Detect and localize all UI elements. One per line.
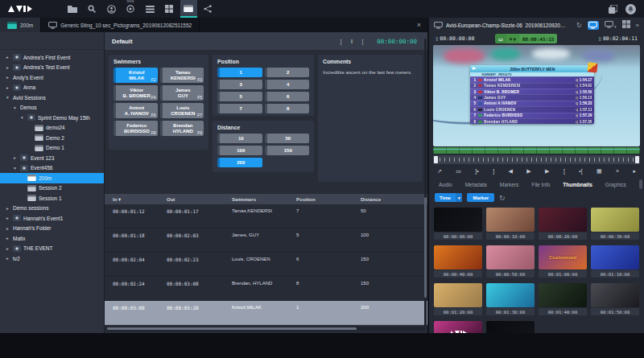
thumbnail-item[interactable]: 00:01:50:00 — [591, 283, 639, 317]
collapsed-arrow-icon[interactable]: ▸ — [5, 206, 10, 211]
column-header-out[interactable]: Out — [167, 197, 232, 202]
tree-item-andrea-s-first-event[interactable]: ▸Andrea's First Event — [0, 52, 104, 63]
tree-item-matix[interactable]: ▸Matix — [0, 233, 104, 244]
position-button-3[interactable]: 3 — [217, 80, 262, 89]
swimmer-button-guy[interactable]: JamesGUYF5 — [160, 85, 204, 101]
tree-item-andrea-s-test-event[interactable]: ▸Andrea's Test Event — [0, 63, 104, 73]
collapsed-arrow-icon[interactable]: ▸ — [5, 246, 10, 251]
tab-metadata[interactable]: Metadata — [459, 180, 493, 189]
mark-in-icon[interactable]: [ — [564, 168, 565, 174]
video-viewport[interactable]: 200m BUTTERFLY MEN SUMMARY - RESULTS 1Kr… — [433, 45, 640, 146]
step-forward-icon[interactable]: ▶ — [545, 168, 549, 174]
thumbnail-item[interactable]: 00:00:40:00 — [434, 245, 482, 279]
sequence-timeline-bar[interactable] — [433, 147, 640, 154]
position-button-1[interactable]: 1 — [217, 68, 262, 77]
collapsed-arrow-icon[interactable]: ▸ — [5, 216, 10, 220]
collapsed-arrow-icon[interactable]: ▸ — [5, 236, 10, 241]
grid-icon[interactable] — [622, 20, 630, 30]
swimmer-button-burdisso[interactable]: FedericoBURDISSOF8 — [114, 121, 158, 136]
thumbnail-item[interactable]: 00:01:30:00 — [486, 283, 535, 317]
thumbnail-image[interactable] — [539, 208, 587, 232]
expanded-arrow-icon[interactable]: ▾ — [12, 166, 18, 171]
distance-button-10[interactable]: 10 — [217, 134, 262, 143]
collapsed-arrow-icon[interactable]: ▸ — [5, 75, 10, 80]
tree-item-session-2[interactable]: Session 2 — [0, 183, 104, 194]
swimmer-button-a-ivanov[interactable]: AntoniA. IVANOVF6 — [114, 103, 158, 118]
chevron-down-icon[interactable]: ▾ — [456, 193, 463, 202]
thumbnail-image[interactable]: Customized — [539, 245, 587, 270]
thumbnail-item[interactable]: 00:00:50:00 — [486, 245, 535, 279]
position-button-6[interactable]: 6 — [265, 92, 310, 101]
document-tab-2[interactable]: Generic Sting_10 sec_Pictograms_20190612… — [41, 18, 200, 32]
monitor-icon[interactable] — [588, 21, 599, 30]
column-header-position[interactable]: Position — [296, 197, 361, 202]
thumbnail-image[interactable] — [486, 321, 535, 333]
play-icon[interactable]: ▶ — [526, 168, 530, 174]
tree-item-demos[interactable]: ▾Demos — [0, 103, 104, 113]
next-icon[interactable]: ▸ — [633, 168, 636, 174]
tab-graphics[interactable]: Graphics — [599, 180, 633, 189]
comments-text[interactable]: Incredible ascent on the last few meters… — [323, 68, 418, 76]
notifications-icon[interactable] — [625, 4, 636, 14]
toolbar-user-button[interactable] — [103, 0, 120, 18]
tree-item-andy-s-event[interactable]: ▸Andy's Event — [0, 72, 104, 83]
thumbnail-image[interactable] — [591, 283, 639, 307]
monitor-icon[interactable]: ▭ — [456, 168, 461, 174]
tree-item-event456[interactable]: ▾Event456 — [0, 163, 104, 174]
table-horizontal-scrollbar[interactable] — [106, 327, 426, 331]
mark-in-icon[interactable]: [ — [361, 39, 363, 44]
column-header-distance[interactable]: Distance — [361, 197, 427, 202]
collapsed-arrow-icon[interactable]: ▸ — [5, 65, 10, 70]
thumbnail-item[interactable]: 00:00:30:00 — [591, 208, 639, 241]
out-handle[interactable] — [635, 156, 639, 163]
tab-markers[interactable]: Markers — [493, 180, 525, 189]
toolbar-folder-button[interactable] — [64, 0, 81, 18]
goto-next-icon[interactable]: •[ — [579, 168, 582, 174]
thumbnail-item[interactable] — [486, 321, 535, 333]
expanded-arrow-icon[interactable]: ▾ — [12, 105, 18, 110]
position-button-4[interactable]: 4 — [265, 80, 310, 89]
thumbnail-image[interactable] — [486, 245, 535, 270]
thumbnail-item[interactable]: 00:01:40:00 — [539, 283, 587, 317]
table-row[interactable]: 00:00:01:1200:00:01:17Tamas,KENDERSI750 — [105, 204, 427, 228]
step-back-icon[interactable]: ◀ — [508, 168, 512, 174]
thumbnail-image[interactable] — [434, 283, 482, 307]
distance-button-200[interactable]: 200 — [217, 158, 262, 167]
tree-item-event-123[interactable]: ▸Event 123 — [0, 153, 104, 163]
table-row[interactable]: 00:00:03:0900:00:03:20Kristof,MILAK1200 — [105, 301, 427, 325]
thumbnail-item[interactable]: 00:01:20:00 — [434, 283, 482, 317]
position-button-8[interactable]: 8 — [265, 104, 310, 113]
tree-item-200m[interactable]: 200m — [0, 173, 104, 183]
tab-audio[interactable]: Audio — [432, 180, 459, 189]
marker-filter-button[interactable]: Marker — [467, 193, 494, 202]
fast-forward-icon[interactable]: » — [616, 168, 619, 174]
apps-icon[interactable] — [609, 5, 617, 14]
collapsed-arrow-icon[interactable]: ▸ — [5, 85, 10, 90]
thumbnail-item[interactable]: Customized00:01:00:00 — [539, 245, 587, 279]
expanded-arrow-icon[interactable]: ▾ — [5, 95, 10, 100]
tree-item-tv2[interactable]: ▸tv2 — [0, 253, 104, 264]
tab-thumbnails[interactable]: Thumbnails — [556, 180, 598, 189]
more-icon[interactable]: » — [636, 22, 639, 29]
swimmer-button-b-bromer[interactable]: ViktorB. BROMERF4 — [114, 85, 158, 101]
thumbnail-item[interactable] — [434, 321, 482, 333]
swimmer-button-kendersi[interactable]: TamasKENDERSIF3 — [160, 68, 204, 83]
thumbnail-image[interactable] — [434, 245, 482, 270]
mark-out-icon[interactable]: ] — [341, 39, 342, 44]
distance-button-50[interactable]: 50 — [265, 134, 310, 143]
distance-button-100[interactable]: 100 — [217, 146, 262, 155]
swimmer-button-hyland[interactable]: BrendanHYLANDF9 — [160, 121, 204, 136]
tree-item-session-1[interactable]: Session 1 — [0, 193, 104, 204]
time-filter-button[interactable]: Time▾ — [435, 193, 462, 202]
tree-item-the-event[interactable]: ▸THE EVENT — [0, 244, 104, 254]
audio-track-selector[interactable]: a ▾ — [506, 34, 519, 43]
thumbnail-image[interactable] — [486, 208, 535, 232]
table-row[interactable]: 00:00:02:0400:00:02:23Louis, CROENEN6150 — [105, 253, 427, 277]
tree-item-demo24[interactable]: demo24 — [0, 123, 104, 134]
close-icon[interactable]: × — [411, 21, 427, 29]
collapsed-arrow-icon[interactable]: ▸ — [12, 155, 18, 160]
thumbnail-item[interactable]: 00:00:00:00 — [434, 208, 482, 241]
asset-name[interactable]: Avid-European-Champ-Sizzle-06_2019061209… — [446, 23, 568, 28]
thumbnail-image[interactable] — [591, 208, 639, 232]
thumbnail-image[interactable] — [434, 321, 482, 333]
